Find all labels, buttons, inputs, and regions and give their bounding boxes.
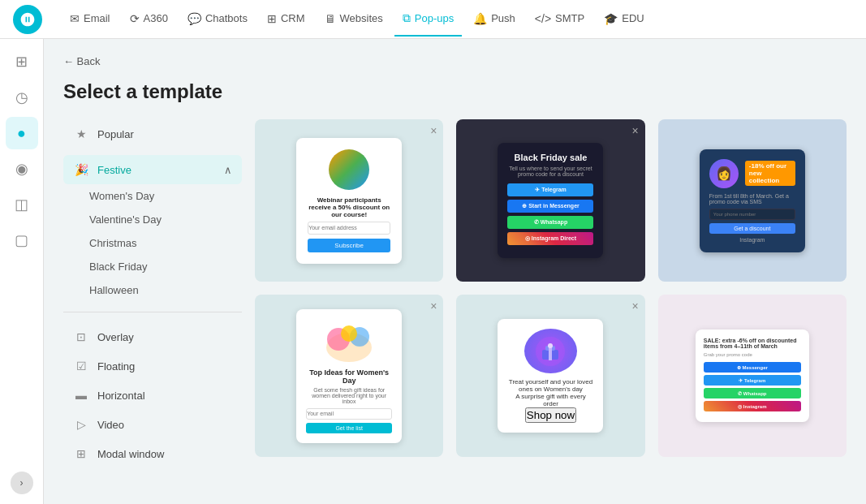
sidebar-icon-box[interactable]: ▢: [6, 224, 38, 256]
nav-a360[interactable]: ⟳A360: [122, 2, 176, 37]
sidebar-icon-clock[interactable]: ◷: [6, 81, 38, 114]
webinar-icon: [329, 149, 369, 190]
discount-get-btn[interactable]: Get a discount: [709, 223, 795, 234]
sub-black-friday[interactable]: Black Friday: [80, 255, 242, 278]
star-icon: ★: [73, 126, 89, 142]
close-icon-gift[interactable]: ×: [631, 299, 638, 312]
filter-modal[interactable]: ⊞ Modal window: [63, 439, 242, 468]
filter-popular[interactable]: ★ Popular: [63, 119, 242, 149]
festive-icon: 🎉: [73, 162, 89, 178]
sale-telegram-btn[interactable]: ✈ Telegram: [704, 375, 801, 386]
nav-websites[interactable]: 🖥Websites: [317, 2, 391, 37]
sub-womens-day[interactable]: Women's Day: [80, 184, 242, 208]
video-label: Video: [97, 419, 124, 431]
back-button[interactable]: ← Back: [63, 55, 847, 67]
overlay-icon: ⊡: [73, 329, 89, 345]
bf-telegram-btn[interactable]: ✈ Telegram: [507, 183, 593, 196]
horizontal-label: Horizontal: [97, 390, 145, 402]
nav-popups[interactable]: ⧉Pop-ups: [394, 2, 462, 37]
blackfriday-inner: Black Friday sale Tell us where to send …: [498, 143, 603, 258]
bf-title: Black Friday sale: [507, 153, 593, 162]
template-card-womens[interactable]: × Top Ideas for Women's Day Get some fre…: [255, 295, 443, 457]
webinar-inner: Webinar participants receive a 50% disco…: [296, 138, 402, 264]
nav-chatbots[interactable]: 💬Chatbots: [179, 2, 256, 37]
nav-email[interactable]: ✉Email: [62, 2, 118, 37]
sale-desc: Grab your promo code: [704, 352, 801, 357]
close-icon[interactable]: ×: [430, 124, 437, 137]
festive-label: Festive: [97, 164, 131, 176]
video-icon: ▷: [73, 416, 89, 433]
sidebar-icon-layers[interactable]: ◫: [6, 188, 38, 221]
logo: [13, 5, 42, 34]
sub-christmas[interactable]: Christmas: [80, 231, 242, 255]
filter-panel: ★ Popular 🎉 Festive ∧ Women's Day Valent…: [63, 119, 242, 487]
bf-messenger-btn[interactable]: ⊕ Start in Messenger: [507, 200, 593, 213]
main: ⊞ ◷ ● ◉ ◫ ▢ › ← Back Select a template ★…: [0, 39, 866, 504]
festive-sub-items: Women's Day Valentine's Day Christmas Bl…: [63, 184, 242, 302]
svg-point-3: [341, 325, 357, 342]
webinar-subscribe-btn[interactable]: Subscribe: [308, 239, 390, 252]
discount-phone-input[interactable]: [709, 209, 795, 220]
nav-edu[interactable]: 🎓EDU: [596, 2, 652, 37]
close-icon-wd[interactable]: ×: [430, 299, 437, 312]
sidebar-icon-grid[interactable]: ⊞: [6, 45, 38, 78]
chevron-up-icon: ∧: [224, 164, 232, 176]
sub-halloween[interactable]: Halloween: [80, 278, 242, 302]
filter-section-popular: ★ Popular: [63, 119, 242, 149]
womens-getlist-btn[interactable]: Get the list: [306, 423, 392, 433]
nav-items: ✉Email ⟳A360 💬Chatbots ⊞CRM 🖥Websites ⧉P…: [62, 2, 853, 37]
webinar-email-input[interactable]: [308, 222, 390, 235]
bf-desc: Tell us where to send your secret promo …: [507, 166, 593, 177]
content-area: ← Back Select a template ★ Popular 🎉 Fes…: [44, 39, 866, 504]
template-card-sale[interactable]: SALE: extra -6% off on discounted items …: [658, 295, 847, 457]
bf-instagram-btn[interactable]: ◎ Instagram Direct: [507, 232, 593, 245]
discount-badge: -18% off our new collection: [745, 161, 795, 186]
sale-instagram-btn[interactable]: ◎ Instagram: [704, 401, 801, 411]
nav-push[interactable]: 🔔Push: [465, 2, 523, 37]
womens-email-input[interactable]: [306, 408, 392, 420]
filter-floating[interactable]: ☑ Floating: [63, 351, 242, 381]
sub-valentines-day[interactable]: Valentine's Day: [80, 208, 242, 231]
gift-shop-btn[interactable]: Shop now: [525, 407, 576, 423]
sale-inner: SALE: extra -6% off on discounted items …: [696, 330, 809, 422]
template-card-webinar[interactable]: × Webinar participants receive a 50% dis…: [255, 119, 443, 282]
gift-img: [524, 329, 577, 373]
discount-desc: From 1st till 8th of March. Get a promo …: [709, 193, 795, 205]
close-icon-bf[interactable]: ×: [631, 124, 638, 137]
discount-inner: 👩 -18% off our new collection From 1st t…: [700, 149, 805, 252]
sale-whatsapp-btn[interactable]: ✆ Whatsapp: [704, 388, 801, 398]
gift-desc: A surprise gift with every order: [507, 393, 593, 407]
page-title: Select a template: [63, 80, 847, 103]
sidebar-expand-btn[interactable]: ›: [11, 472, 33, 494]
modal-icon: ⊞: [73, 446, 89, 462]
sale-header: SALE: extra -6% off on discounted items …: [704, 338, 801, 349]
floating-icon: ☑: [73, 358, 89, 374]
template-layout: ★ Popular 🎉 Festive ∧ Women's Day Valent…: [63, 119, 847, 487]
floating-label: Floating: [97, 360, 135, 373]
nav-smtp[interactable]: </>SMTP: [527, 2, 592, 37]
womens-inner: Top Ideas for Women's Day Get some fresh…: [296, 309, 402, 443]
filter-horizontal[interactable]: ▬ Horizontal: [63, 381, 242, 410]
svg-point-8: [548, 343, 553, 348]
modal-label: Modal window: [97, 448, 164, 460]
webinar-title: Webinar participants receive a 50% disco…: [308, 196, 390, 218]
sidebar-icon-circle[interactable]: ◉: [6, 153, 38, 185]
filter-festive[interactable]: 🎉 Festive ∧: [63, 155, 242, 184]
filter-video[interactable]: ▷ Video: [63, 410, 242, 439]
womens-img: [321, 319, 377, 364]
template-card-discount[interactable]: 👩 -18% off our new collection From 1st t…: [658, 119, 847, 282]
bf-whatsapp-btn[interactable]: ✆ Whatsapp: [507, 216, 593, 229]
left-sidebar: ⊞ ◷ ● ◉ ◫ ▢ ›: [0, 39, 44, 504]
filter-overlay[interactable]: ⊡ Overlay: [63, 322, 242, 351]
template-card-gift[interactable]: × Treat yourself and your loved ones: [456, 295, 644, 457]
sidebar-icon-user[interactable]: ●: [6, 117, 38, 149]
nav-crm[interactable]: ⊞CRM: [259, 2, 313, 37]
sale-messenger-btn[interactable]: ⊕ Messenger: [704, 362, 801, 373]
top-nav: ✉Email ⟳A360 💬Chatbots ⊞CRM 🖥Websites ⧉P…: [0, 0, 866, 39]
womens-desc: Get some fresh gift ideas for women deli…: [306, 387, 392, 404]
overlay-label: Overlay: [97, 331, 134, 343]
popular-label: Popular: [97, 128, 134, 140]
womens-title: Top Ideas for Women's Day: [306, 368, 392, 385]
gift-title: Treat yourself and your loved ones on Wo…: [507, 378, 593, 393]
template-card-blackfriday[interactable]: × Black Friday sale Tell us where to sen…: [456, 119, 644, 282]
